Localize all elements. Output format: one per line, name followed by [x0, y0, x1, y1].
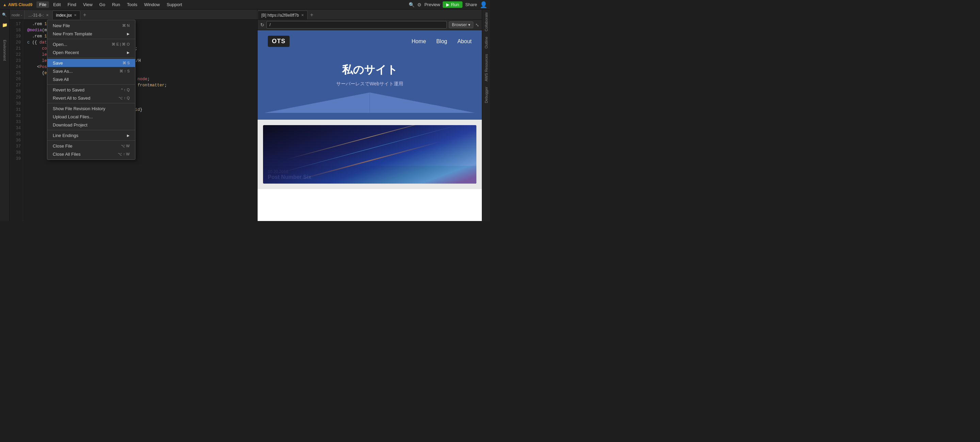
browser-btn-arrow: ▾	[468, 22, 470, 27]
post-card-image	[263, 125, 476, 166]
files-sidebar-icon[interactable]: 📁	[2, 22, 7, 27]
run-button[interactable]: ▶ Run	[443, 2, 463, 8]
menu-show-revision-history[interactable]: Show File Revision History	[47, 105, 135, 112]
revert-label: Revert to Saved	[53, 87, 84, 92]
save-as-shortcut: ⌘ ↑ S	[119, 69, 130, 73]
menu-revert-to-saved[interactable]: Revert to Saved ^ ↑ Q	[47, 86, 135, 94]
search-icon[interactable]: 🔍	[409, 2, 414, 8]
tab-first[interactable]: ...-31-8-: ✕	[24, 11, 52, 19]
nav-blog[interactable]: Blog	[436, 38, 447, 44]
browser-tab-close[interactable]: ✕	[301, 13, 304, 17]
menu-bar-right: 🔍 ⚙ Preview ▶ Run Share 👤	[409, 1, 487, 8]
menu-close-all-files[interactable]: Close All Files ⌥ ↑ W	[47, 150, 135, 158]
revision-history-label: Show File Revision History	[53, 106, 105, 111]
site-nav: Home Blog About	[411, 38, 472, 44]
post-card[interactable]: 10.20.2018 Post Number Six	[263, 125, 476, 184]
address-input[interactable]	[266, 21, 447, 29]
separator-1	[47, 39, 135, 39]
menu-save[interactable]: Save ⌘ S	[47, 59, 135, 67]
browser-tab-add[interactable]: +	[308, 11, 316, 19]
browser-tab-bar: [B] https://a2f8e8ff7b ✕ +	[258, 10, 482, 20]
sidebar-aws-resources[interactable]: AWS Resources	[484, 54, 488, 81]
separator-6	[47, 140, 135, 141]
line-endings-label: Line Endings	[53, 133, 78, 138]
submenu-arrow: ▶	[127, 32, 130, 36]
node-label: node -	[10, 11, 24, 19]
new-from-template-label: New From Template	[53, 31, 92, 36]
settings-icon[interactable]: ⚙	[417, 2, 422, 8]
menu-item-run[interactable]: Run	[109, 2, 123, 8]
save-all-label: Save All	[53, 77, 69, 82]
open-shortcut: ⌘ E | ⌘ O	[111, 42, 130, 47]
separator-3	[47, 84, 135, 85]
sidebar-debugger[interactable]: Debugger	[484, 87, 488, 103]
menu-save-all[interactable]: Save All	[47, 75, 135, 83]
nav-about[interactable]: About	[457, 38, 472, 44]
menu-save-as[interactable]: Save As... ⌘ ↑ S	[47, 67, 135, 75]
share-button[interactable]: Share	[465, 2, 477, 7]
user-avatar: 👤	[480, 1, 487, 8]
expand-icon[interactable]: ⤡	[476, 22, 479, 27]
tab-add-button[interactable]: +	[80, 11, 89, 19]
separator-2	[47, 57, 135, 58]
browser-content: OTS Home Blog About 私のサイト サーバーレスでWebサイト運…	[258, 30, 482, 221]
hero-subtitle: サーバーレスでWebサイト運用	[264, 81, 475, 87]
menu-item-file[interactable]: File	[37, 2, 49, 8]
hero-title: 私のサイト	[264, 63, 475, 78]
menu-bar: ▲ AWS Cloud9 File Edit Find View Go Run …	[0, 0, 490, 10]
tab-index-jsx-close[interactable]: ✕	[74, 13, 76, 17]
menu-line-endings[interactable]: Line Endings ▶	[47, 131, 135, 139]
dropdown-overlay[interactable]: New File ⌘ N New From Template ▶ Open...…	[10, 20, 257, 221]
menu-open-recent[interactable]: Open Recent ▶	[47, 48, 135, 57]
app-logo: ▲ AWS Cloud9	[3, 2, 32, 7]
menu-item-edit[interactable]: Edit	[50, 2, 63, 8]
revert-all-shortcut: ⌥ ↑ Q	[118, 96, 130, 100]
search-sidebar-icon[interactable]: 🔍	[2, 12, 7, 17]
browser-tab[interactable]: [B] https://a2f8e8ff7b ✕	[258, 11, 308, 19]
menu-item-support[interactable]: Support	[164, 2, 185, 8]
menu-upload-local-files[interactable]: Upload Local Files...	[47, 112, 135, 121]
file-menu-dropdown: New File ⌘ N New From Template ▶ Open...…	[47, 20, 135, 160]
sidebar-outline[interactable]: Outline	[484, 37, 488, 49]
separator-4	[47, 103, 135, 103]
open-recent-arrow: ▶	[127, 51, 130, 54]
chevron-right	[370, 92, 476, 113]
menu-close-file[interactable]: Close File ⌥ W	[47, 142, 135, 150]
browser-tab-label: [B] https://a2f8e8ff7b	[261, 13, 299, 18]
browser-button[interactable]: Browser ▾	[449, 21, 473, 28]
menu-revert-all-to-saved[interactable]: Revert All to Saved ⌥ ↑ Q	[47, 94, 135, 102]
site-body: 10.20.2018 Post Number Six	[258, 120, 482, 189]
close-file-label: Close File	[53, 144, 73, 149]
menu-new-from-template[interactable]: New From Template ▶	[47, 30, 135, 38]
menu-new-file[interactable]: New File ⌘ N	[47, 21, 135, 30]
menu-item-view[interactable]: View	[80, 2, 95, 8]
open-label: Open...	[53, 42, 67, 47]
preview-button[interactable]: Preview	[424, 2, 440, 7]
tab-index-jsx[interactable]: index.jsx ✕	[52, 11, 81, 19]
sidebar-collaborate[interactable]: Collaborate	[484, 12, 488, 31]
menu-item-tools[interactable]: Tools	[124, 2, 140, 8]
code-area: 1718192021 2223242526 2728293031 3233343…	[10, 20, 257, 221]
open-recent-label: Open Recent	[53, 50, 79, 55]
revert-all-label: Revert All to Saved	[53, 95, 91, 101]
tab-first-close[interactable]: ✕	[46, 13, 49, 17]
left-sidebar: 🔍 📁 Environment	[0, 10, 10, 221]
menu-item-find[interactable]: Find	[65, 2, 79, 8]
revert-shortcut: ^ ↑ Q	[121, 88, 130, 92]
separator-5	[47, 130, 135, 130]
menu-item-go[interactable]: Go	[97, 2, 108, 8]
save-label: Save	[53, 60, 63, 66]
save-shortcut: ⌘ S	[123, 61, 130, 65]
right-sidebar: Collaborate Outline AWS Resources Debugg…	[482, 10, 490, 221]
close-all-files-label: Close All Files	[53, 152, 81, 157]
run-icon: ▶	[446, 2, 450, 7]
refresh-icon[interactable]: ↻	[260, 22, 264, 27]
website-preview: OTS Home Blog About 私のサイト サーバーレスでWebサイト運…	[258, 30, 482, 221]
menu-item-window[interactable]: Window	[141, 2, 162, 8]
menu-download-project[interactable]: Download Project	[47, 121, 135, 129]
nav-home[interactable]: Home	[411, 38, 426, 44]
browser-panel: [B] https://a2f8e8ff7b ✕ + ↻ Browser ▾ ⤡…	[257, 10, 482, 221]
menu-open[interactable]: Open... ⌘ E | ⌘ O	[47, 40, 135, 48]
aws-icon: ▲	[3, 2, 7, 7]
new-file-shortcut: ⌘ N	[122, 24, 130, 28]
